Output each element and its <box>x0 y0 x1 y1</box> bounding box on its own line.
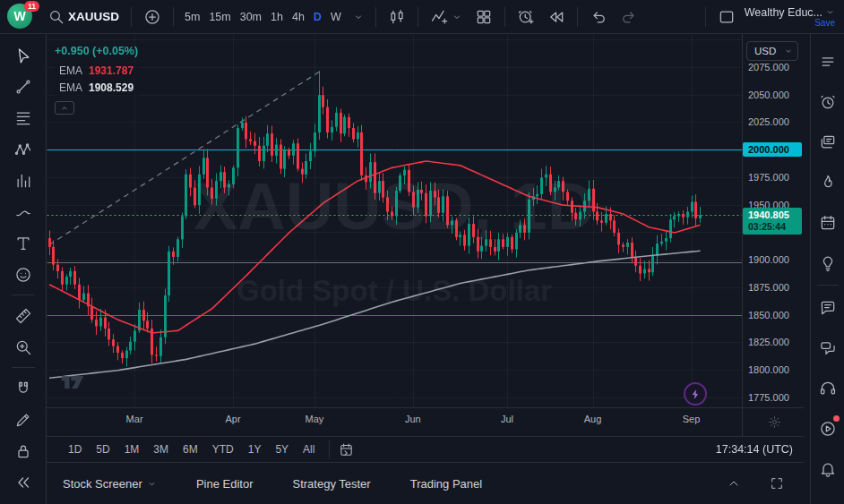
interval-D[interactable]: D <box>309 4 326 30</box>
pattern-tool-button[interactable] <box>6 133 40 165</box>
layout-square-icon <box>718 8 736 26</box>
layout-templates-button[interactable] <box>469 4 498 30</box>
candlestick-icon <box>388 8 406 26</box>
range-3M[interactable]: 3M <box>146 439 176 460</box>
private-chats-button[interactable] <box>814 328 842 368</box>
play-circle-icon <box>819 420 837 438</box>
streams-button[interactable] <box>814 408 842 448</box>
cursor-tool-button[interactable] <box>6 39 40 71</box>
tab-pine-editor[interactable]: Pine Editor <box>196 477 273 491</box>
range-1M[interactable]: 1M <box>117 439 147 460</box>
indicator-row-0[interactable]: EMA1931.787 <box>55 63 140 79</box>
fib-retracement-tool-button[interactable] <box>6 102 40 133</box>
create-alert-button[interactable] <box>512 4 540 30</box>
last-price-value: 1940.805 <box>748 209 802 221</box>
app-logo[interactable]: W 11 <box>7 4 38 30</box>
alerts-button[interactable] <box>814 81 842 122</box>
divider <box>817 285 839 286</box>
layout-name: Wealthy Educ... <box>745 6 822 19</box>
undo-button[interactable] <box>584 4 613 30</box>
interval-W[interactable]: W <box>326 4 346 30</box>
range-YTD[interactable]: YTD <box>205 439 241 460</box>
chevron-up-icon <box>727 476 741 491</box>
chevron-down-icon <box>147 479 157 489</box>
right-sidebar <box>810 34 844 504</box>
interval-dropdown-button[interactable] <box>348 4 369 30</box>
chats-icon <box>819 339 837 357</box>
interval-30m[interactable]: 30m <box>236 4 266 30</box>
indicator-row-1[interactable]: EMA1908.529 <box>55 80 140 96</box>
redo-button[interactable] <box>615 4 643 30</box>
zoom-tool-button[interactable] <box>6 331 40 363</box>
range-All[interactable]: All <box>296 439 322 460</box>
notifications-button[interactable] <box>814 448 842 489</box>
divider <box>12 295 35 295</box>
trend-line-tool-button[interactable] <box>6 71 40 102</box>
indicators-button[interactable] <box>425 4 468 30</box>
forecast-tool-button[interactable] <box>6 165 40 196</box>
panel-maximize-button[interactable] <box>764 471 789 496</box>
chevron-down-icon <box>825 7 835 17</box>
save-layout-button[interactable] <box>712 4 741 30</box>
notification-count-badge: 11 <box>24 1 39 12</box>
indicator-legend-rows: EMA1931.787EMA1908.529 <box>55 63 140 97</box>
divider <box>131 7 132 27</box>
interval-4h[interactable]: 4h <box>288 4 309 30</box>
trend-line-icon <box>14 78 32 96</box>
calendar-button[interactable] <box>814 202 842 243</box>
range-6M[interactable]: 6M <box>176 439 205 460</box>
time-label-Aug: Aug <box>580 414 607 424</box>
tab-trading-panel[interactable]: Trading Panel <box>410 477 502 491</box>
collapse-toolbar-button[interactable] <box>6 466 40 498</box>
magnet-tool-button[interactable] <box>6 372 40 404</box>
price-label-1800: 1800.000 <box>743 363 804 377</box>
drawing-mode-button[interactable] <box>6 404 40 435</box>
utc-clock[interactable]: 17:34:14 (UTC) <box>716 443 793 456</box>
maximize-icon <box>770 476 784 491</box>
support-button[interactable] <box>814 368 842 408</box>
price-axis[interactable]: USD 2075.0002050.0002025.0002000.0001975… <box>742 34 804 436</box>
interval-1h[interactable]: 1h <box>266 4 288 30</box>
currency-dropdown[interactable]: USD <box>746 41 798 61</box>
ideas-stream-button[interactable] <box>814 243 842 283</box>
watchlist-button[interactable] <box>814 41 842 81</box>
measure-tool-button[interactable] <box>6 300 40 331</box>
price-label-1850: 1850.000 <box>743 308 804 322</box>
range-5Y[interactable]: 5Y <box>268 439 296 460</box>
calendar-goto-icon <box>339 442 354 457</box>
tab-stock-screener[interactable]: Stock Screener <box>63 477 177 491</box>
save-button[interactable]: Save <box>814 18 835 28</box>
replay-icon <box>547 8 565 26</box>
interval-5m[interactable]: 5m <box>180 4 204 30</box>
range-1D[interactable]: 1D <box>61 439 89 460</box>
price-chart-canvas[interactable] <box>47 34 742 407</box>
streams-live-badge <box>833 415 840 422</box>
hotlists-button[interactable] <box>814 162 842 202</box>
range-1Y[interactable]: 1Y <box>241 439 269 460</box>
panel-expand-button[interactable] <box>721 471 746 496</box>
range-5D[interactable]: 5D <box>89 439 116 460</box>
bar-countdown: 03:25:44 <box>748 221 802 233</box>
layout-title-block[interactable]: Wealthy Educ... Save <box>745 6 835 28</box>
brush-tool-button[interactable] <box>6 196 40 227</box>
chart-style-button[interactable] <box>383 4 411 30</box>
tab-strategy-tester[interactable]: Strategy Tester <box>292 477 390 491</box>
symbol-search-button[interactable]: XAUUSD <box>43 4 125 30</box>
go-to-date-button[interactable] <box>329 440 354 458</box>
symbol-name: XAUUSD <box>68 10 119 23</box>
tradingview-logo-watermark[interactable] <box>59 372 86 392</box>
lightbulb-icon <box>819 254 837 272</box>
bar-replay-button[interactable] <box>542 4 571 30</box>
chat-button[interactable] <box>814 287 842 328</box>
time-axis[interactable]: MarAprMayJunJulAugSep <box>47 407 742 436</box>
chart-pane[interactable]: XAUUSD, 1D Gold Spot / U.S. Dollar +0.95… <box>47 34 742 407</box>
emoji-tool-button[interactable] <box>6 259 40 290</box>
gear-icon[interactable] <box>768 415 781 429</box>
ideas-button[interactable] <box>814 122 842 162</box>
boost-button[interactable] <box>684 382 707 406</box>
interval-15m[interactable]: 15m <box>204 4 235 30</box>
compare-add-button[interactable] <box>138 4 167 30</box>
lock-drawings-button[interactable] <box>6 435 40 466</box>
text-tool-button[interactable] <box>6 227 40 259</box>
legend-collapse-button[interactable] <box>55 101 74 115</box>
